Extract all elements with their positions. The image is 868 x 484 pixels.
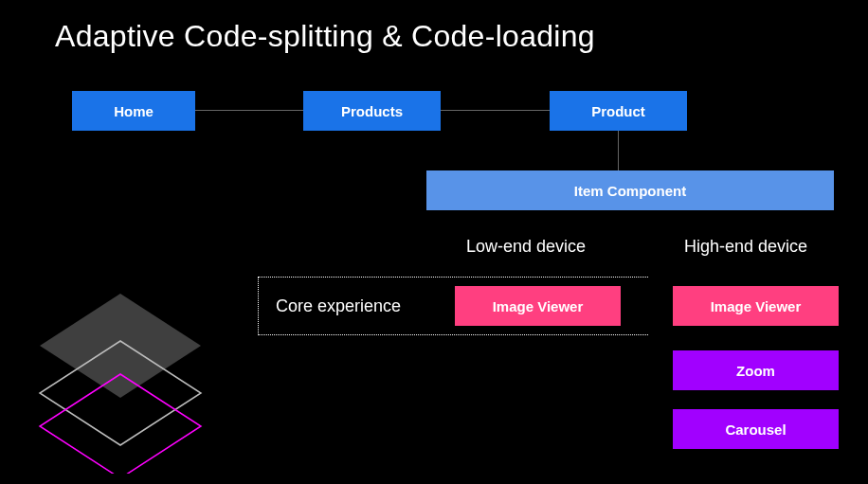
connector-products-product [441,110,550,111]
layers-icon [21,284,220,474]
module-carousel: Carousel [673,409,839,449]
item-component-box: Item Component [426,170,834,210]
nav-products-box: Products [303,91,441,131]
svg-marker-0 [40,294,201,398]
module-image-viewer-low: Image Viewer [455,286,621,326]
connector-product-item [618,131,619,170]
low-end-device-label: Low-end device [466,237,586,257]
page-title: Adaptive Code-splitting & Code-loading [55,19,595,54]
nav-product-box: Product [550,91,687,131]
connector-home-products [195,110,303,111]
module-image-viewer-high: Image Viewer [673,286,839,326]
module-zoom: Zoom [673,350,839,390]
core-experience-label: Core experience [276,296,401,316]
high-end-device-label: High-end device [684,237,807,257]
nav-home-box: Home [72,91,195,131]
